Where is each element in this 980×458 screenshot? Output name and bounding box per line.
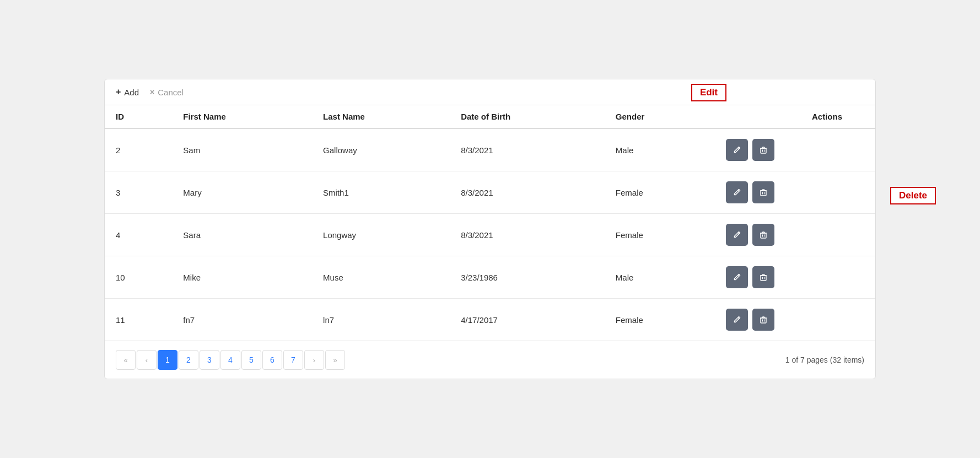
edit-row-button[interactable] — [726, 266, 748, 288]
cell-actions — [715, 299, 875, 341]
delete-callout: Delete — [890, 187, 936, 204]
page-7-button[interactable]: 7 — [283, 350, 303, 370]
cell-actions — [715, 256, 875, 299]
plus-icon: + — [116, 87, 121, 97]
cell-id: 3 — [105, 171, 172, 214]
delete-row-button[interactable] — [752, 224, 774, 246]
cell-id: 4 — [105, 214, 172, 256]
delete-row-button[interactable] — [752, 309, 774, 331]
add-label: Add — [124, 88, 139, 97]
cell-gender: Male — [605, 256, 715, 299]
table-row: 4 Sara Longway 8/3/2021 Female — [105, 214, 875, 256]
cell-last-name: ln7 — [312, 299, 450, 341]
times-icon: × — [150, 88, 154, 96]
toolbar: + Add × Cancel — [105, 79, 875, 105]
edit-row-button[interactable] — [726, 309, 748, 331]
pagination: « ‹ 1 2 3 4 5 6 7 › » — [116, 350, 345, 370]
cell-dob: 8/3/2021 — [450, 128, 605, 171]
cell-dob: 8/3/2021 — [450, 214, 605, 256]
page-3-button[interactable]: 3 — [200, 350, 219, 370]
trash-icon — [759, 315, 768, 324]
page-2-button[interactable]: 2 — [179, 350, 198, 370]
trash-icon — [759, 273, 768, 282]
trash-icon — [759, 188, 768, 197]
cell-gender: Female — [605, 171, 715, 214]
trash-icon — [759, 230, 768, 239]
svg-rect-0 — [761, 148, 766, 153]
table-row: 2 Sam Galloway 8/3/2021 Male — [105, 128, 875, 171]
page-first-button[interactable]: « — [116, 350, 136, 370]
cell-last-name: Muse — [312, 256, 450, 299]
page-prev-button[interactable]: ‹ — [137, 350, 157, 370]
trash-icon — [759, 146, 768, 154]
svg-rect-4 — [761, 318, 766, 323]
col-actions: Actions — [715, 105, 875, 128]
cell-dob: 3/23/1986 — [450, 256, 605, 299]
cell-last-name: Smith1 — [312, 171, 450, 214]
col-dob: Date of Birth — [450, 105, 605, 128]
page-6-button[interactable]: 6 — [262, 350, 282, 370]
pencil-icon — [733, 188, 741, 197]
pencil-icon — [733, 315, 741, 324]
table-row: 3 Mary Smith1 8/3/2021 Female — [105, 171, 875, 214]
add-button[interactable]: + Add — [116, 87, 139, 97]
cell-gender: Female — [605, 214, 715, 256]
page-5-button[interactable]: 5 — [241, 350, 261, 370]
main-container: Edit + Add × Cancel ID First Name Last N… — [104, 79, 876, 379]
cell-first-name: Mike — [172, 256, 312, 299]
cell-dob: 4/17/2017 — [450, 299, 605, 341]
pencil-icon — [733, 146, 741, 154]
edit-row-button[interactable] — [726, 139, 748, 161]
cell-first-name: Sara — [172, 214, 312, 256]
delete-row-button[interactable] — [752, 139, 774, 161]
col-gender: Gender — [605, 105, 715, 128]
cell-actions — [715, 128, 875, 171]
delete-row-button[interactable] — [752, 181, 774, 203]
cell-last-name: Longway — [312, 214, 450, 256]
pagination-area: « ‹ 1 2 3 4 5 6 7 › » 1 of 7 pages (32 i… — [105, 341, 875, 379]
cell-first-name: Mary — [172, 171, 312, 214]
cell-actions — [715, 214, 875, 256]
delete-row-button[interactable] — [752, 266, 774, 288]
cell-actions — [715, 171, 875, 214]
edit-row-button[interactable] — [726, 224, 748, 246]
cell-gender: Male — [605, 128, 715, 171]
page-next-button[interactable]: › — [304, 350, 324, 370]
pencil-icon — [733, 273, 741, 282]
cell-last-name: Galloway — [312, 128, 450, 171]
cell-dob: 8/3/2021 — [450, 171, 605, 214]
cell-id: 10 — [105, 256, 172, 299]
cancel-button[interactable]: × Cancel — [150, 88, 184, 97]
col-last-name: Last Name — [312, 105, 450, 128]
page-last-button[interactable]: » — [325, 350, 345, 370]
pencil-icon — [733, 230, 741, 239]
cell-id: 2 — [105, 128, 172, 171]
page-4-button[interactable]: 4 — [220, 350, 240, 370]
svg-rect-3 — [761, 276, 766, 281]
cancel-label: Cancel — [158, 88, 184, 97]
table-row: 11 fn7 ln7 4/17/2017 Female — [105, 299, 875, 341]
table-header-row: ID First Name Last Name Date of Birth Ge… — [105, 105, 875, 128]
cell-gender: Female — [605, 299, 715, 341]
cell-id: 11 — [105, 299, 172, 341]
cell-first-name: fn7 — [172, 299, 312, 341]
col-first-name: First Name — [172, 105, 312, 128]
edit-callout: Edit — [691, 84, 726, 101]
svg-rect-1 — [761, 191, 766, 196]
svg-rect-2 — [761, 233, 766, 238]
page-1-button[interactable]: 1 — [158, 350, 177, 370]
pagination-info: 1 of 7 pages (32 items) — [785, 355, 864, 364]
data-table: ID First Name Last Name Date of Birth Ge… — [105, 105, 875, 341]
col-id: ID — [105, 105, 172, 128]
edit-row-button[interactable] — [726, 181, 748, 203]
cell-first-name: Sam — [172, 128, 312, 171]
table-row: 10 Mike Muse 3/23/1986 Male — [105, 256, 875, 299]
